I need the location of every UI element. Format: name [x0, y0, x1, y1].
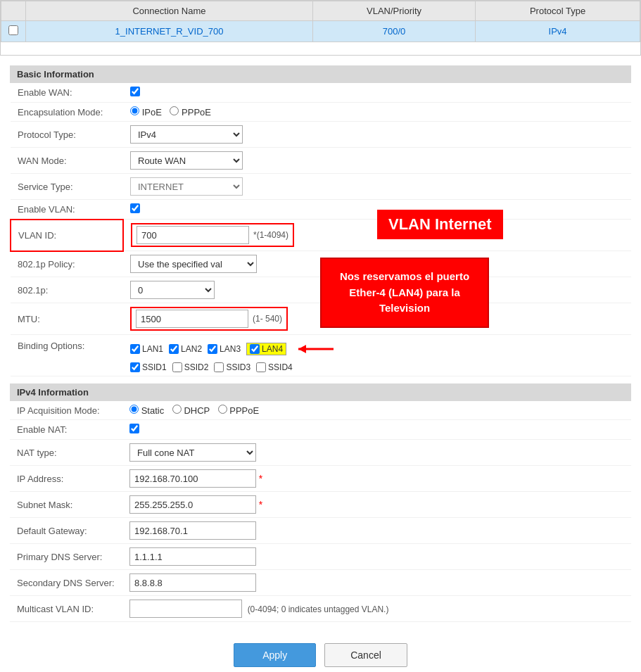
- ip-address-input[interactable]: [129, 469, 256, 488]
- lan2-label: LAN2: [181, 344, 202, 354]
- ipv4-info-section: IPv4 Information IP Acquisition Mode: St…: [10, 383, 631, 622]
- ssid4-checkbox[interactable]: [256, 362, 266, 372]
- pppoe-radio-label: PPPoE: [218, 405, 260, 416]
- vlan-id-cell: *(1-4094) VLAN Internet: [123, 220, 631, 251]
- cell-vlan-priority: 700/0: [313, 21, 476, 42]
- service-type-label: Service Type:: [11, 174, 123, 200]
- default-gateway-row: Default Gateway:: [10, 518, 631, 544]
- protocol-type-row: Protocol Type: IPv4 IPv6 IPv4/IPv6: [11, 122, 631, 148]
- secondary-dns-row: Secondary DNS Server:: [10, 570, 631, 596]
- nat-type-select[interactable]: Full cone NAT Restricted cone NAT Port-R…: [129, 443, 256, 462]
- nat-type-label: NAT type:: [10, 440, 122, 466]
- service-type-select[interactable]: INTERNET: [130, 177, 243, 196]
- primary-dns-label: Primary DNS Server:: [10, 544, 122, 570]
- vlan-id-input[interactable]: [137, 226, 249, 244]
- default-gateway-input[interactable]: [129, 521, 256, 540]
- dhcp-radio[interactable]: [172, 405, 182, 414]
- mtu-input[interactable]: [136, 310, 248, 328]
- pppoe-acq-label: PPPoE: [229, 405, 259, 416]
- vlan-id-label: VLAN ID:: [11, 220, 123, 251]
- static-radio-label: Static: [129, 405, 167, 416]
- protocol-type-select[interactable]: IPv4 IPv6 IPv4/IPv6: [130, 125, 243, 144]
- enable-vlan-checkbox[interactable]: [130, 203, 140, 213]
- subnet-mask-row: Subnet Mask: *: [10, 492, 631, 518]
- lan3-checkbox[interactable]: [208, 344, 217, 354]
- lan1-binding-item: LAN1: [130, 344, 163, 354]
- enable-wan-checkbox[interactable]: [130, 87, 140, 96]
- lan2-checkbox[interactable]: [169, 344, 179, 354]
- ssid3-checkbox[interactable]: [214, 362, 224, 372]
- pppoe-radio[interactable]: [170, 106, 179, 115]
- vlan-id-row: VLAN ID: *(1-4094) VLAN Internet: [11, 220, 631, 251]
- ssid4-binding-item: SSID4: [256, 362, 293, 372]
- table-row[interactable]: 1_INTERNET_R_VID_700 700/0 IPv4: [1, 21, 640, 42]
- lan4-binding-item: LAN4: [246, 343, 286, 355]
- primary-dns-input[interactable]: [129, 547, 256, 566]
- multicast-vlan-row: Multicast VLAN ID: (0-4094; 0 indicates …: [10, 596, 631, 622]
- ssid3-binding-item: SSID3: [214, 362, 250, 372]
- col-vlan-priority: VLAN/Priority: [313, 1, 476, 21]
- lan1-checkbox[interactable]: [130, 344, 140, 354]
- binding-options-value: LAN1 LAN2 LAN3: [123, 335, 631, 376]
- lan4-checkbox[interactable]: [250, 344, 260, 354]
- wan-mode-label: WAN Mode:: [11, 148, 123, 174]
- static-label: Static: [141, 405, 165, 416]
- multicast-vlan-input[interactable]: [129, 600, 242, 618]
- nat-type-row: NAT type: Full cone NAT Restricted cone …: [10, 440, 631, 466]
- encapsulation-value: IPoE PPPoE: [123, 103, 631, 122]
- wan-mode-value: Route WAN Bridge WAN: [123, 148, 631, 174]
- ipoe-label: IPoE: [142, 107, 162, 118]
- cancel-button[interactable]: Cancel: [324, 643, 407, 667]
- multicast-vlan-hint: (0-4094; 0 indicates untagged VLAN.): [248, 604, 389, 614]
- subnet-mask-label: Subnet Mask:: [10, 492, 122, 518]
- multicast-vlan-label: Multicast VLAN ID:: [10, 596, 122, 622]
- ssid1-binding-item: SSID1: [130, 362, 167, 372]
- checkbox-header: [1, 1, 26, 21]
- ipv4-info-header: IPv4 Information: [10, 383, 631, 401]
- secondary-dns-value: [122, 570, 631, 596]
- ip-address-label: IP Address:: [10, 466, 122, 492]
- lan2-binding-item: LAN2: [169, 344, 202, 354]
- subnet-required-star: *: [259, 499, 262, 510]
- basic-info-header: Basic Information: [10, 65, 631, 83]
- secondary-dns-label: Secondary DNS Server:: [10, 570, 122, 596]
- policy-802-1p-select[interactable]: Use the specified val: [130, 255, 257, 273]
- ip-acquisition-value: Static DHCP PPPoE: [122, 401, 631, 420]
- lan4-label: LAN4: [262, 344, 283, 354]
- subnet-mask-value: *: [122, 492, 631, 518]
- enable-nat-checkbox[interactable]: [129, 424, 139, 433]
- ssid2-checkbox[interactable]: [172, 362, 182, 372]
- binding-options-label: Binding Options:: [11, 335, 123, 376]
- vlan-id-hint: *(1-4094): [253, 230, 288, 240]
- ip-address-row: IP Address: *: [10, 466, 631, 492]
- row-checkbox[interactable]: [1, 21, 26, 42]
- mtu-hint: (1- 540): [253, 314, 282, 324]
- ipacq-pppoe-radio[interactable]: [218, 405, 227, 414]
- col-protocol-type: Protocol Type: [476, 1, 640, 21]
- pppoe-label: PPPoE: [182, 107, 211, 118]
- p802-1p-select[interactable]: 0 1 2: [130, 281, 215, 299]
- connection-table: Connection Name VLAN/Priority Protocol T…: [1, 1, 640, 42]
- service-type-value: INTERNET: [123, 174, 631, 200]
- encapsulation-row: Encapsulation Mode: IPoE PPPoE: [11, 103, 631, 122]
- enable-nat-value: [122, 420, 631, 440]
- nat-type-value: Full cone NAT Restricted cone NAT Port-R…: [122, 440, 631, 466]
- subnet-mask-input[interactable]: [129, 495, 256, 514]
- ip-acquisition-row: IP Acquisition Mode: Static DHCP PPPo: [10, 401, 631, 420]
- wan-mode-select[interactable]: Route WAN Bridge WAN: [130, 151, 243, 170]
- apply-button[interactable]: Apply: [234, 643, 316, 667]
- enable-nat-label: Enable NAT:: [10, 420, 122, 440]
- dhcp-radio-label: DHCP: [172, 405, 212, 416]
- protocol-type-value: IPv4 IPv6 IPv4/IPv6: [123, 122, 631, 148]
- protocol-type-label: Protocol Type:: [11, 122, 123, 148]
- ip-acquisition-label: IP Acquisition Mode:: [10, 401, 122, 420]
- ssid2-binding-item: SSID2: [172, 362, 209, 372]
- row-checkbox-input[interactable]: [8, 25, 18, 35]
- secondary-dns-input[interactable]: [129, 573, 256, 592]
- reservation-annotation: Nos reservamos el puerto Ether-4 (LAN4) …: [320, 258, 489, 328]
- ip-address-value: *: [122, 466, 631, 492]
- basic-info-section: Basic Information Enable WAN: Encapsulat…: [10, 65, 631, 376]
- ssid1-checkbox[interactable]: [130, 362, 140, 372]
- static-radio[interactable]: [129, 405, 139, 414]
- ipoe-radio[interactable]: [130, 106, 139, 115]
